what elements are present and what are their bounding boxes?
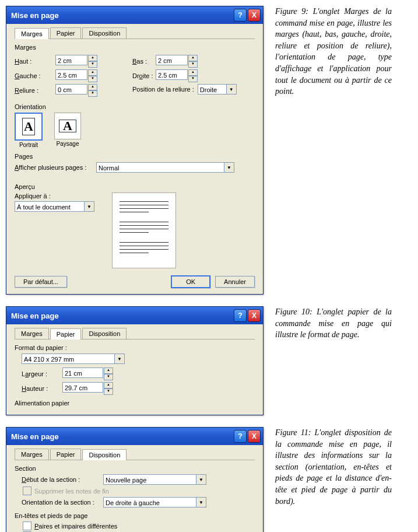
spin-up[interactable]: ▲ <box>104 382 113 388</box>
tab-marges[interactable]: Marges <box>15 328 49 339</box>
group-marges: Marges <box>15 44 255 51</box>
reliure-input[interactable]: 0 cm <box>55 84 87 94</box>
figure-11-caption: Figure 11: L'onglet disposition de la co… <box>275 427 392 507</box>
dialog-title: Mise en page <box>11 11 59 20</box>
appliquer-label: Appliquer à : <box>15 192 94 200</box>
dialog-title: Mise en page <box>11 432 59 441</box>
tab-disposition[interactable]: Disposition <box>82 328 127 339</box>
orientation-section-select[interactable]: De droite à gauche <box>103 497 196 508</box>
paires-impaires-checkbox[interactable] <box>23 522 31 530</box>
gauche-label: Gauche : <box>15 72 55 79</box>
dropdown-arrow-icon[interactable]: ▼ <box>227 84 237 94</box>
tab-papier[interactable]: Papier <box>50 27 82 38</box>
spin-down[interactable]: ▼ <box>188 76 198 82</box>
paires-impaires-label: Paires et impaires différentes <box>34 523 117 530</box>
dialog-title: Mise en page <box>11 312 59 320</box>
pos-reliure-label: Position de la reliure : <box>132 86 194 93</box>
gauche-input[interactable]: 2.5 cm <box>55 69 87 80</box>
dropdown-arrow-icon[interactable]: ▼ <box>196 474 206 485</box>
group-apercu: Aperçu <box>15 183 255 190</box>
tab-papier[interactable]: Papier <box>50 328 82 340</box>
debut-section-label: Début de la section : <box>22 476 103 483</box>
spin-up[interactable]: ▲ <box>188 69 198 76</box>
format-papier-label: Format du papier : <box>15 344 255 351</box>
afficher-label: Afficher plusieurs pages : <box>15 164 96 171</box>
largeur-label: Largeur : <box>22 370 62 377</box>
spin-up[interactable]: ▲ <box>88 69 97 76</box>
dropdown-arrow-icon[interactable]: ▼ <box>224 162 234 173</box>
close-button[interactable]: X <box>248 9 261 22</box>
format-papier-select[interactable]: A4 210 x 297 mm <box>22 354 115 364</box>
annuler-button[interactable]: Annuler <box>215 276 255 288</box>
dropdown-arrow-icon[interactable]: ▼ <box>115 354 125 364</box>
help-button[interactable]: ? <box>234 9 247 22</box>
spin-down[interactable]: ▼ <box>88 61 97 68</box>
titlebar: Mise en page ? X <box>6 6 263 24</box>
tab-bar: Marges Papier Disposition <box>15 328 255 340</box>
tab-marges[interactable]: Marges <box>15 449 49 460</box>
close-button[interactable]: X <box>248 430 261 443</box>
spin-down[interactable]: ▼ <box>104 388 113 395</box>
portrait-button[interactable]: A Portrait <box>15 113 43 148</box>
help-button[interactable]: ? <box>234 430 247 443</box>
alimentation-label: Alimentation papier <box>15 400 255 407</box>
dropdown-arrow-icon[interactable]: ▼ <box>85 201 94 212</box>
haut-input[interactable]: 2 cm <box>55 55 87 65</box>
group-entetes: En-têtes et pieds de page <box>15 512 255 519</box>
portrait-label: Portrait <box>19 142 38 148</box>
bas-label: Bas : <box>132 58 156 65</box>
spin-up[interactable]: ▲ <box>188 55 198 61</box>
spin-up[interactable]: ▲ <box>88 84 97 90</box>
figure-10-caption: Figure 10: L'onglet papier de la command… <box>275 306 392 341</box>
help-button[interactable]: ? <box>234 309 247 322</box>
paysage-a-icon: A <box>63 118 72 134</box>
tab-bar: Marges Papier Disposition <box>15 449 255 460</box>
bas-input[interactable]: 2 cm <box>156 55 188 65</box>
group-section: Section <box>15 465 255 472</box>
titlebar: Mise en page ? X <box>6 428 263 445</box>
tab-disposition[interactable]: Disposition <box>82 449 127 460</box>
spin-up[interactable]: ▲ <box>88 55 97 61</box>
dialog-disposition: Mise en page ? X Marges Papier Dispositi… <box>6 427 264 532</box>
appliquer-select[interactable]: À tout le document <box>15 201 85 212</box>
spin-down[interactable]: ▼ <box>88 90 97 97</box>
droite-input[interactable]: 2.5 cm <box>156 69 188 80</box>
spin-down[interactable]: ▼ <box>104 374 113 380</box>
haut-label: Haut : <box>15 58 55 65</box>
dialog-papier: Mise en page ? X Marges Papier Dispositi… <box>6 306 264 415</box>
portrait-a-icon: A <box>24 119 33 134</box>
preview-icon <box>112 192 176 268</box>
dialog-marges: Mise en page ? X Marges Papier Dispositi… <box>6 6 264 295</box>
close-button[interactable]: X <box>248 309 261 322</box>
debut-section-select[interactable]: Nouvelle page <box>103 474 196 485</box>
group-pages: Pages <box>15 153 255 160</box>
hauteur-label: Hauteur : <box>22 385 62 392</box>
tab-disposition[interactable]: Disposition <box>82 27 127 38</box>
paysage-button[interactable]: A Paysage <box>54 113 81 148</box>
titlebar: Mise en page ? X <box>6 307 263 324</box>
supprimer-notes-checkbox <box>23 487 31 495</box>
figure-9-caption: Figure 9: L'onglet Marges de la command … <box>275 6 392 97</box>
afficher-select[interactable]: Normal <box>96 162 224 173</box>
hauteur-input[interactable]: 29.7 cm <box>62 382 103 393</box>
paysage-label: Paysage <box>57 141 79 147</box>
reliure-label: Reliure : <box>15 87 55 94</box>
spin-down[interactable]: ▼ <box>88 76 97 82</box>
supprimer-notes-label: Supprimer les notes de fin <box>34 488 109 495</box>
tab-papier[interactable]: Papier <box>50 449 82 460</box>
spin-up[interactable]: ▲ <box>104 368 113 374</box>
pos-reliure-select[interactable]: Droite <box>198 84 227 94</box>
tab-marges[interactable]: Marges <box>15 28 49 39</box>
spin-down[interactable]: ▼ <box>188 61 198 68</box>
dropdown-arrow-icon[interactable]: ▼ <box>196 497 206 508</box>
ok-button[interactable]: OK <box>171 275 210 288</box>
droite-label: Droite : <box>132 72 156 79</box>
tab-bar: Marges Papier Disposition <box>15 27 255 39</box>
largeur-input[interactable]: 21 cm <box>62 368 103 378</box>
group-orientation: Orientation <box>15 103 255 110</box>
orientation-section-label: Orientation de la section : <box>22 499 103 506</box>
par-defaut-button[interactable]: Par défaut... <box>15 276 67 288</box>
